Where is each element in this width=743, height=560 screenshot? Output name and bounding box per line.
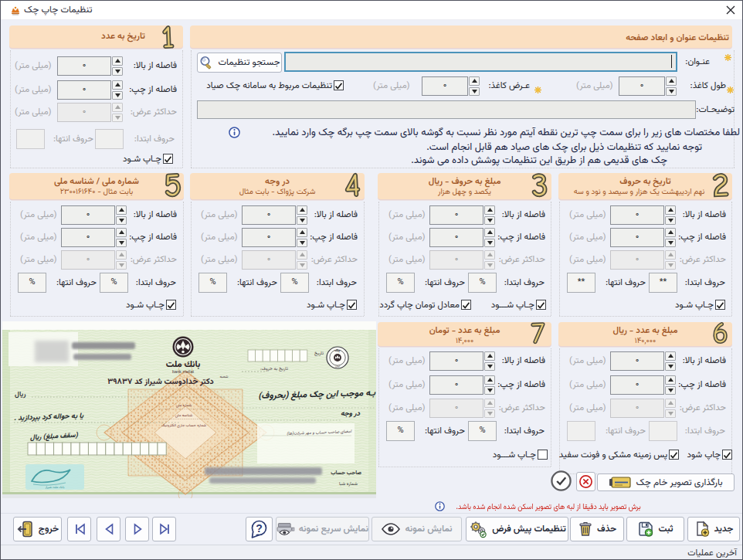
svg-text:شماره حساب جاری الکترونیک: شماره حساب جاری الکترونیک xyxy=(161,423,206,429)
svg-text:?: ? xyxy=(256,521,263,534)
svg-text:بانک ملت شیراز: بانک ملت شیراز xyxy=(45,485,65,490)
svg-text:ایران: ایران xyxy=(335,365,340,368)
svg-text:شماره ملی: شماره ملی xyxy=(176,402,192,409)
svg-text:تاریخ: تاریخ xyxy=(314,350,324,357)
svg-text:‫تاریخ به حروف:‬: ‫تاریخ به حروف:‬ xyxy=(260,365,288,372)
svg-text:bank mellat: bank mellat xyxy=(172,369,195,374)
svg-text:چک: چک xyxy=(334,348,341,353)
svg-text:‫یا به حواله کرد بپردازید .‬: ‫یا به حواله کرد بپردازید .‬ xyxy=(14,410,85,424)
svg-text:صاحب حساب: صاحب حساب xyxy=(331,469,361,477)
svg-text:ریال: ریال xyxy=(15,389,25,400)
svg-text:شناسه ملی: شناسه ملی xyxy=(175,412,192,419)
svg-text:در وجه: در وجه xyxy=(341,409,361,419)
svg-text:دکتر خدادوست شیراز کد ۳۹۸۳۷: دکتر خدادوست شیراز کد ۳۹۸۳۷ xyxy=(107,375,214,389)
svg-text:شماره شبا: شماره شبا xyxy=(339,480,358,487)
svg-text:شعبه: شعبه xyxy=(219,374,228,380)
